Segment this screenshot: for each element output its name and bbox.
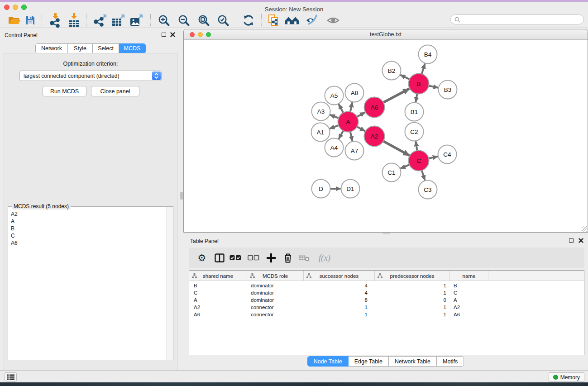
table-body: Bdominator41BCdominator41CAdominator80AA… [189, 281, 584, 318]
refresh-icon[interactable] [241, 14, 256, 27]
table-cell[interactable]: connector [247, 311, 304, 318]
float-table-panel-icon[interactable] [569, 238, 574, 243]
open-session-icon[interactable] [7, 14, 21, 27]
import-table-icon[interactable] [67, 14, 81, 27]
tab-node-table[interactable]: Node Table [307, 356, 349, 367]
table-cell[interactable]: A [450, 296, 488, 304]
zoom-fit-icon[interactable] [196, 14, 211, 27]
tab-motifs[interactable]: Motifs [437, 356, 464, 367]
node-label-C1: C1 [387, 169, 395, 176]
result-scrollbar[interactable] [167, 207, 173, 360]
network-window-titlebar[interactable]: testGlobe.txt [184, 29, 588, 40]
delete-icon[interactable] [280, 248, 296, 268]
zoom-in-icon[interactable] [157, 14, 171, 27]
table-cell[interactable]: 1 [375, 311, 450, 318]
export-image-icon[interactable] [129, 14, 143, 27]
duplicate-network-icon[interactable] [266, 14, 281, 27]
column-header-successor-nodes[interactable]: successor nodes [304, 271, 375, 281]
table-cell[interactable]: dominator [247, 282, 304, 289]
tab-network-table[interactable]: Network Table [389, 356, 437, 367]
main-toolbar [0, 13, 588, 28]
hide-eye-icon[interactable] [305, 14, 319, 27]
home-icon[interactable] [285, 14, 299, 27]
close-table-panel-icon[interactable] [578, 238, 583, 243]
mcds-result-item: C [11, 232, 18, 239]
tab-style[interactable]: Style [68, 43, 93, 53]
table-cell[interactable]: 1 [375, 289, 450, 296]
split-panel-icon[interactable] [212, 248, 227, 268]
deselect-all-icon[interactable] [246, 248, 261, 268]
search-input[interactable] [463, 16, 580, 23]
tab-mcds[interactable]: MCDS [119, 43, 146, 53]
column-header-shared-name[interactable]: shared name [189, 271, 247, 281]
search-field[interactable] [450, 14, 584, 24]
table-row[interactable]: Bdominator41B [189, 282, 584, 289]
optimization-criterion-select[interactable]: largest connected component (directed) [19, 71, 162, 81]
gear-icon[interactable]: ⚙ [194, 248, 210, 268]
table-row[interactable]: Adominator80A [189, 296, 584, 304]
node-label-B4: B4 [424, 51, 432, 58]
optimization-criterion-value: largest connected component (directed) [24, 73, 119, 79]
save-session-icon[interactable] [23, 14, 38, 27]
task-history-button[interactable] [5, 372, 17, 381]
memory-label: Memory [560, 374, 580, 381]
export-table-icon[interactable] [111, 14, 125, 27]
table-cell[interactable]: A6 [450, 311, 488, 318]
tab-edge-table[interactable]: Edge Table [349, 356, 389, 367]
run-mcds-button[interactable]: Run MCDS [43, 86, 86, 96]
node-table: shared nameMCDS rolesuccessor nodesprede… [189, 270, 584, 355]
mcds-result-item: A [11, 218, 18, 225]
close-panel-button[interactable]: Close panel [91, 86, 139, 96]
function-icon[interactable]: f(x) [315, 248, 335, 268]
delete-table-icon[interactable] [296, 248, 312, 268]
table-cell[interactable]: 1 [304, 304, 375, 311]
table-cell[interactable]: dominator [247, 289, 304, 296]
table-cell[interactable]: dominator [247, 296, 304, 304]
table-cell[interactable]: 4 [304, 282, 375, 289]
network-canvas[interactable]: B4B2BB3B1A5A8A6A3AA1A2C2A4A7CC4C1C3DD1 [184, 40, 588, 232]
window-resize-grip[interactable] [582, 226, 587, 232]
node-label-C2: C2 [410, 129, 418, 135]
table-cell[interactable]: A2 [450, 304, 488, 311]
close-panel-icon[interactable] [170, 32, 175, 37]
export-network-icon[interactable] [93, 14, 107, 27]
node-label-B3: B3 [444, 86, 452, 93]
zoom-selected-icon[interactable] [216, 14, 230, 27]
attribute-type-icon [378, 273, 382, 278]
node-label-C4: C4 [443, 151, 451, 158]
tab-select[interactable]: Select [93, 43, 119, 53]
network-graph[interactable]: B4B2BB3B1A5A8A6A3AA1A2C2A4A7CC4C1C3DD1 [184, 40, 588, 232]
table-cell[interactable]: C [189, 289, 247, 296]
memory-button[interactable]: Memory [549, 372, 584, 382]
table-cell[interactable]: B [450, 282, 488, 289]
table-cell[interactable]: A [189, 296, 247, 304]
table-cell[interactable]: 1 [375, 304, 450, 311]
table-cell[interactable]: 1 [375, 282, 450, 289]
table-cell[interactable]: 0 [375, 296, 450, 304]
table-cell[interactable]: 8 [304, 296, 375, 304]
attribute-type-icon [306, 273, 311, 278]
column-header-MCDS-role[interactable]: MCDS role [247, 271, 304, 281]
show-eye-icon[interactable] [326, 14, 340, 27]
column-header-predecessor-nodes[interactable]: predecessor nodes [375, 271, 450, 281]
table-cell[interactable]: A6 [189, 311, 247, 318]
table-cell[interactable]: B [189, 282, 247, 289]
table-cell[interactable]: 1 [304, 311, 375, 318]
tab-network[interactable]: Network [35, 43, 68, 53]
table-row[interactable]: A6connector11A6 [189, 311, 584, 318]
tab-node-table-label: Node Table [314, 358, 342, 365]
table-cell[interactable]: C [450, 289, 488, 296]
table-row[interactable]: Cdominator41C [189, 289, 584, 296]
import-network-icon[interactable] [48, 14, 62, 27]
float-panel-icon[interactable] [162, 33, 166, 37]
table-row[interactable]: A2connector11A2 [189, 304, 584, 311]
split-divider-grip[interactable] [180, 192, 183, 200]
select-all-icon[interactable] [228, 248, 243, 268]
desktop-background-bottom [0, 382, 588, 386]
table-cell[interactable]: A2 [189, 304, 247, 311]
zoom-out-icon[interactable] [177, 14, 191, 27]
add-column-icon[interactable] [263, 248, 279, 268]
table-cell[interactable]: connector [247, 304, 304, 311]
table-cell[interactable]: 4 [304, 289, 375, 296]
column-header-name[interactable]: name [450, 271, 488, 281]
